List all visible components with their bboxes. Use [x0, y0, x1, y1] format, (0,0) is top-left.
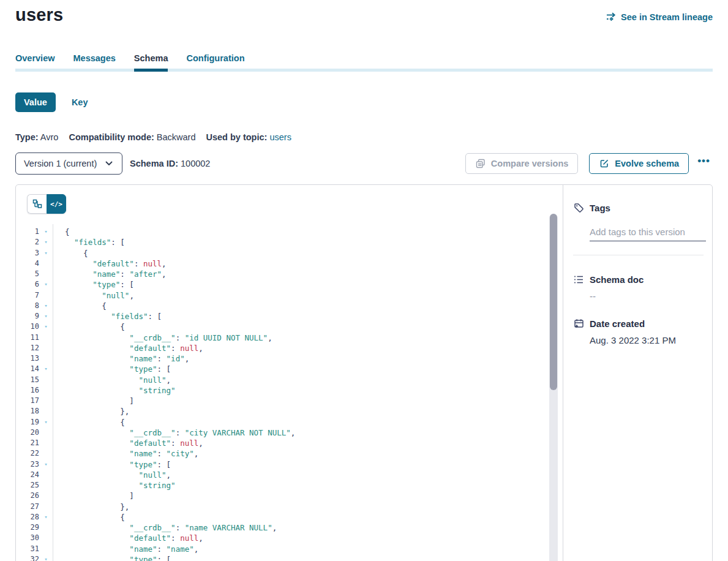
evolve-schema-label: Evolve schema — [615, 159, 679, 168]
code-view-icon: </> — [50, 200, 62, 208]
line-number: 24 — [16, 470, 39, 480]
add-tags-input[interactable] — [590, 227, 706, 241]
line-number: 28 — [16, 512, 39, 522]
code-line: 10▾ { — [16, 322, 563, 332]
fold-toggle-icon[interactable]: ▾ — [39, 237, 53, 247]
line-number: 27 — [16, 502, 39, 512]
code-text: "null", — [53, 470, 171, 480]
code-text: "null", — [53, 375, 171, 385]
code-text: "type": [ — [53, 459, 171, 470]
fold-toggle-icon[interactable]: ▾ — [39, 279, 53, 290]
fold-toggle-icon[interactable]: ▾ — [39, 417, 53, 427]
fold-toggle-icon[interactable]: ▾ — [39, 227, 53, 237]
code-line: 14▾ "type": [ — [16, 364, 563, 374]
tab-overview[interactable]: Overview — [15, 53, 55, 69]
line-number: 8 — [16, 301, 39, 311]
evolve-schema-button[interactable]: Evolve schema — [589, 153, 689, 174]
topic-link[interactable]: users — [269, 132, 291, 142]
line-number: 18 — [16, 406, 39, 416]
value-button[interactable]: Value — [15, 92, 56, 112]
fold-toggle-icon[interactable]: ▾ — [39, 459, 53, 470]
sidebar-divider — [573, 255, 704, 255]
line-number: 1 — [16, 227, 39, 237]
code-text: "default": null, — [53, 343, 203, 353]
fold-toggle-icon[interactable]: ▾ — [39, 322, 53, 332]
editor-scrollbar-thumb[interactable] — [550, 214, 557, 390]
fold-toggle-icon[interactable]: ▾ — [39, 364, 53, 374]
fold-spacer — [39, 290, 53, 301]
fold-toggle-icon[interactable]: ▾ — [39, 512, 53, 522]
code-line: 13 "name": "id", — [16, 353, 563, 364]
fold-spacer — [39, 544, 53, 554]
code-text: "default": null, — [53, 438, 203, 448]
code-text: "name": "after", — [53, 269, 167, 279]
fold-spacer — [39, 491, 53, 501]
fold-spacer — [39, 343, 53, 353]
tab-schema[interactable]: Schema — [134, 53, 168, 69]
fold-spacer — [39, 385, 53, 396]
compare-versions-button[interactable]: Compare versions — [465, 153, 579, 174]
code-text: { — [53, 301, 107, 311]
type-label: Type: — [15, 132, 39, 142]
fold-toggle-icon[interactable]: ▾ — [39, 301, 53, 311]
line-number: 29 — [16, 522, 39, 533]
fold-toggle-icon[interactable]: ▾ — [39, 311, 53, 322]
code-line: 16 "string" — [16, 385, 563, 396]
code-text: "type": [ — [53, 279, 134, 290]
schema-card: </> 1▾{2▾ "fields": [3▾ {4 "default": nu… — [15, 184, 713, 561]
meta-topic: Used by topic: users — [206, 132, 291, 142]
code-text: "name": "name", — [53, 544, 198, 554]
type-value: Avro — [40, 132, 59, 142]
fold-toggle-icon[interactable]: ▾ — [39, 554, 53, 561]
schema-meta: Type: Avro Compatibility mode: Backward … — [15, 132, 713, 142]
meta-compatibility: Compatibility mode: Backward — [69, 132, 195, 142]
code-text: }, — [53, 406, 129, 416]
key-button[interactable]: Key — [72, 97, 88, 107]
line-number: 26 — [16, 491, 39, 501]
line-number: 7 — [16, 290, 39, 301]
code-text: "name": "id", — [53, 353, 189, 364]
code-view-button[interactable]: </> — [47, 194, 66, 214]
tab-configuration[interactable]: Configuration — [186, 53, 244, 69]
fold-spacer — [39, 396, 53, 406]
line-number: 31 — [16, 544, 39, 554]
tree-view-button[interactable] — [27, 194, 47, 214]
schema-id-value: 100002 — [181, 159, 210, 168]
code-text: "__crdb__": "id UUID NOT NULL", — [53, 333, 272, 343]
code-text: "fields": [ — [53, 237, 125, 247]
line-number: 23 — [16, 459, 39, 470]
page-title: users — [15, 5, 63, 25]
fold-toggle-icon[interactable]: ▾ — [39, 248, 53, 258]
schema-page: users See in Stream lineage Overview Mes… — [0, 0, 728, 561]
date-created-section: Date created Aug. 3 2022 3:21 PM — [573, 318, 704, 345]
code-line: 22 "name": "city", — [16, 448, 563, 459]
line-number: 14 — [16, 364, 39, 374]
tab-strip — [15, 69, 713, 72]
code-line: 25 "string" — [16, 480, 563, 491]
code-text: "string" — [53, 385, 176, 396]
stream-lineage-link[interactable]: See in Stream lineage — [606, 12, 713, 23]
tags-section: Tags — [573, 202, 704, 255]
line-number: 9 — [16, 311, 39, 322]
line-number: 2 — [16, 237, 39, 247]
stream-lineage-icon — [606, 12, 617, 23]
tree-view-icon — [32, 198, 43, 209]
schema-id-label: Schema ID: — [130, 159, 178, 168]
code-text: "type": [ — [53, 364, 171, 374]
code-text: "fields": [ — [53, 311, 162, 322]
code-text: { — [53, 417, 125, 427]
meta-type: Type: Avro — [15, 132, 58, 142]
code-text: { — [53, 227, 70, 237]
fold-spacer — [39, 533, 53, 543]
compatibility-label: Compatibility mode: — [69, 132, 154, 142]
line-number: 21 — [16, 438, 39, 448]
version-select[interactable]: Version 1 (current) — [15, 152, 122, 175]
fold-spacer — [39, 448, 53, 459]
line-number: 15 — [16, 375, 39, 385]
code-line: 8▾ { — [16, 301, 563, 311]
tab-messages[interactable]: Messages — [73, 53, 116, 69]
code-line: 30 "default": null, — [16, 533, 563, 543]
more-actions-button[interactable]: ••• — [695, 155, 713, 172]
code-line: 23▾ "type": [ — [16, 459, 563, 470]
code-line: 9▾ "fields": [ — [16, 311, 563, 322]
